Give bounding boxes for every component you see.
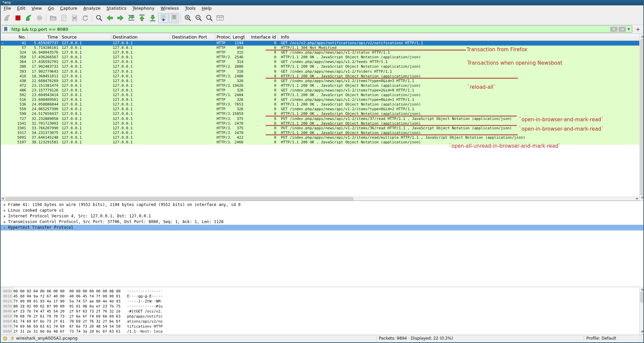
- detail-row[interactable]: Frame 41: 1194 bytes on wire (9552 bits)…: [1, 202, 643, 208]
- detail-row[interactable]: Hypertext Transfer Protocol: [1, 225, 643, 230]
- hex-row-0040[interactable]: 0040ef 23 7b 74 47 45 54 202f 6f 63 73 2…: [1, 309, 643, 314]
- hex-row-0060[interactable]: 006061 74 69 6f 6e 73 2f 6170 69 2f 76 3…: [1, 319, 643, 324]
- stop-capture-button[interactable]: [13, 13, 23, 23]
- packet-row-41[interactable]: 41→5.659207737127.0.0.1127.0.0.1HTTP1194…: [1, 41, 639, 46]
- scroll-down-icon[interactable]: ▼: [640, 196, 644, 200]
- packet-row-486[interactable]: 48623.157779126127.0.0.1127.0.0.1HTTP326…: [1, 88, 639, 93]
- packet-row-57[interactable]: 57←5.719286161127.0.0.1127.0.0.1HTTP8680…: [1, 46, 639, 50]
- hex-row-0030[interactable]: 003080 18 02 00 02 8f 00 0001 01 08 0a e…: [1, 304, 643, 309]
- go-first-button[interactable]: [137, 13, 147, 23]
- column-header-destination-port[interactable]: Destination Port: [170, 34, 215, 41]
- capture-options-button[interactable]: [34, 13, 44, 23]
- go-back-button[interactable]: [105, 13, 115, 23]
- scroll-right-icon[interactable]: ▶: [636, 197, 638, 200]
- packet-row-516[interactable]: 51623.608409561127.0.0.1127.0.0.1HTTP326…: [1, 97, 639, 102]
- packet-dest-port: [170, 74, 215, 79]
- packet-row-393[interactable]: 39317.902779643127.0.0.1127.0.0.1HTTP316…: [1, 69, 639, 74]
- open-file-button[interactable]: [48, 13, 58, 23]
- scroll-thumb[interactable]: [5, 197, 353, 201]
- scroll-down-icon[interactable]: ▼: [640, 330, 644, 334]
- menu-go[interactable]: Go: [45, 5, 57, 11]
- packet-row-380[interactable]: 38017.902483731127.0.0.1127.0.0.1HTTP/J……: [1, 64, 639, 69]
- column-header-source[interactable]: Source: [60, 34, 111, 41]
- packet-row-3317[interactable]: 331734.231373075127.0.0.1127.0.0.1HTTP/J…: [1, 131, 639, 135]
- packet-row-502[interactable]: 50223.604943414127.0.0.1127.0.0.1HTTP/J……: [1, 93, 639, 97]
- go-to-packet-button[interactable]: [126, 13, 136, 23]
- resize-columns-button[interactable]: [215, 13, 225, 23]
- menu-edit[interactable]: Edit: [14, 5, 28, 11]
- restart-capture-button[interactable]: [23, 13, 34, 23]
- scroll-thumb[interactable]: [640, 292, 644, 302]
- resize-grip[interactable]: ⋰: [639, 338, 642, 341]
- packet-row-536[interactable]: 53624.058886844127.0.0.1127.0.0.1HTTP/J……: [1, 102, 639, 107]
- hex-row-0050[interactable]: 005070 68 70 2f 61 70 70 732f 6e 6f 74 6…: [1, 314, 643, 319]
- column-header-time[interactable]: Time: [27, 34, 60, 41]
- packet-row-472[interactable]: 47223.151381474127.0.0.1127.0.0.1HTTP/J……: [1, 83, 639, 88]
- packet-list-vscrollbar[interactable]: ▲ ▼: [639, 34, 644, 201]
- menu-statistics[interactable]: Statistics: [104, 5, 129, 11]
- filter-clear-icon[interactable]: ✕: [610, 27, 618, 32]
- packet-row-727[interactable]: 72732.232889058127.0.0.1127.0.0.1HTTP/J……: [1, 117, 639, 121]
- column-header-no[interactable]: No.: [1, 34, 27, 41]
- packet-row-1341[interactable]: 134132.701723003127.0.0.1127.0.0.1HTTP/J…: [1, 121, 639, 126]
- detail-row[interactable]: Transmission Control Protocol, Src Port:…: [1, 219, 643, 225]
- zoom-reset-button[interactable]: [204, 13, 214, 23]
- filter-add-button[interactable]: +: [634, 26, 642, 32]
- expert-info-icon[interactable]: [3, 336, 8, 341]
- menu-help[interactable]: Help: [198, 5, 215, 11]
- packet-row-5091[interactable]: 509137.646145248127.0.0.1127.0.0.1HTTP/J…: [1, 135, 639, 140]
- title-bar[interactable]: *any: [1, 0, 643, 5]
- detail-row[interactable]: Linux cooked capture v1: [1, 208, 643, 213]
- hex-row-0000[interactable]: 000000 00 03 04 00 06 00 0000 00 00 00 0…: [1, 289, 643, 294]
- go-forward-button[interactable]: [115, 13, 125, 23]
- hex-row-0010[interactable]: 001045 00 04 9a f2 67 40 0040 06 45 f4 7…: [1, 294, 643, 299]
- find-packet-button[interactable]: [94, 13, 104, 23]
- menu-analyze[interactable]: Analyze: [80, 5, 104, 11]
- packet-interface-id: 0: [245, 102, 278, 107]
- packet-row-410[interactable]: 41018.368451011127.0.0.1127.0.0.1HTTP/J……: [1, 74, 639, 79]
- scroll-up-icon[interactable]: ▲: [640, 34, 644, 39]
- auto-scroll-button[interactable]: [158, 13, 168, 23]
- zoom-out-button[interactable]: [193, 13, 203, 23]
- capture-comment-icon[interactable]: [10, 336, 15, 341]
- scroll-thumb[interactable]: [640, 39, 644, 195]
- menu-telephony[interactable]: Telephony: [129, 5, 158, 11]
- filter-dropdown-caret[interactable]: ▼: [628, 27, 630, 31]
- packet-row-438[interactable]: 43822.668476269127.0.0.1127.0.0.1HTTP326…: [1, 79, 639, 83]
- toolbar-separator: [181, 14, 181, 22]
- packet-row-550[interactable]: 55024.065257390127.0.0.1127.0.0.1HTTP326…: [1, 107, 639, 112]
- packet-row-364[interactable]: 36417.436592701127.0.0.1127.0.0.1HTTP314…: [1, 60, 639, 64]
- scroll-left-icon[interactable]: ◀: [2, 197, 4, 200]
- menu-wireless[interactable]: Wireless: [158, 5, 182, 11]
- profile-label[interactable]: Profile: Default: [586, 335, 616, 342]
- colorize-icon: [170, 14, 178, 22]
- hex-row-0020[interactable]: 00207f 00 00 01 93 4a 1f 905a 74 57 ae 0…: [1, 299, 643, 304]
- column-header-protocol[interactable]: Protocol: [215, 34, 231, 41]
- column-header-destination[interactable]: Destination: [111, 34, 170, 41]
- packet-bytes-vscrollbar[interactable]: ▲ ▼: [639, 287, 644, 335]
- scroll-up-icon[interactable]: ▲: [640, 287, 644, 292]
- packet-row-324[interactable]: 32416.948043576127.0.0.1127.0.0.1HTTP315…: [1, 50, 639, 55]
- detail-row[interactable]: Internet Protocol Version 4, Src: 127.0.…: [1, 213, 643, 219]
- zoom-in-button[interactable]: [183, 13, 193, 23]
- filter-apply-icon[interactable]: ➜: [619, 27, 626, 32]
- filter-bookmark-icon[interactable]: [2, 26, 9, 32]
- display-filter-input[interactable]: http && tcp.port == 8080 ✕ ➜ ▼: [2, 25, 632, 33]
- menu-tools[interactable]: Tools: [182, 5, 198, 11]
- packet-row-5107[interactable]: 510738.123291581127.0.0.1127.0.0.1HTTP/J…: [1, 140, 639, 145]
- column-header-info[interactable]: Info: [278, 34, 643, 41]
- hex-row-0080[interactable]: 00802f 31 2e 31 0d 0a 48 6f73 74 3a 20 6…: [1, 329, 643, 334]
- colorize-button[interactable]: [169, 13, 179, 23]
- menu-capture[interactable]: Capture: [57, 5, 80, 11]
- column-header-length[interactable]: Length: [231, 34, 245, 41]
- hex-row-0070[interactable]: 007074 69 66 69 63 61 74 696f 6e 73 20 4…: [1, 324, 643, 329]
- filter-text[interactable]: http && tcp.port == 8080: [9, 27, 610, 32]
- packet-row-3301[interactable]: 330133.766207990127.0.0.1127.0.0.1HTTP/J…: [1, 126, 639, 131]
- menu-view[interactable]: View: [28, 5, 45, 11]
- go-last-button[interactable]: [148, 13, 158, 23]
- menu-file[interactable]: File: [1, 5, 14, 11]
- column-header-interface-id[interactable]: Interface id: [245, 34, 278, 41]
- packet-row-590[interactable]: 59024.517650437127.0.0.1127.0.0.1HTTP/J……: [1, 112, 639, 116]
- packet-row-350[interactable]: 35017.436266567127.0.0.1127.0.0.1HTTP/J……: [1, 55, 639, 60]
- packet-list-hscrollbar[interactable]: ◀ ▶: [1, 197, 639, 201]
